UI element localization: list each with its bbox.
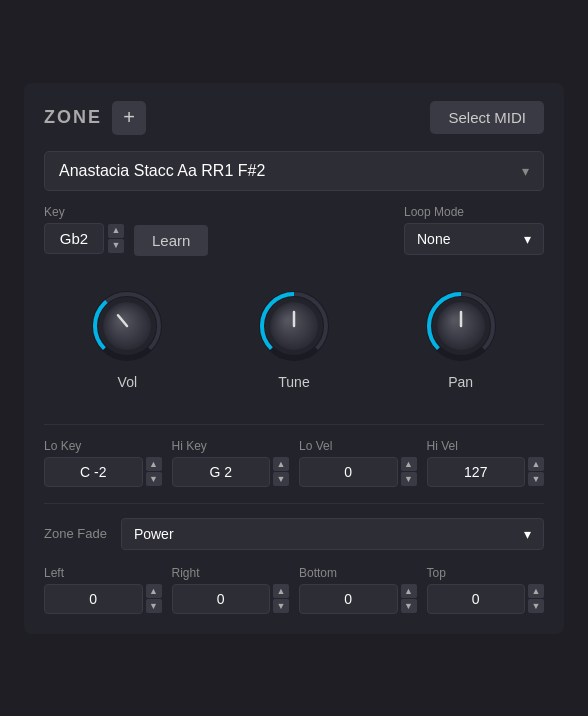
tune-knob-container: Tune xyxy=(254,286,334,390)
lo-vel-down[interactable]: ▼ xyxy=(401,472,417,486)
tune-knob[interactable] xyxy=(254,286,334,366)
loop-mode-value: None xyxy=(417,231,450,247)
key-down-button[interactable]: ▼ xyxy=(108,239,124,253)
pan-label: Pan xyxy=(448,374,473,390)
lo-key-spinners: ▲ ▼ xyxy=(146,457,162,486)
vol-knob[interactable] xyxy=(87,286,167,366)
vol-knob-container: Vol xyxy=(87,286,167,390)
lo-vel-input-row: 0 ▲ ▼ xyxy=(299,457,417,487)
fade-top-down[interactable]: ▼ xyxy=(528,599,544,613)
fade-left-input-row: 0 ▲ ▼ xyxy=(44,584,162,614)
knobs-row: Vol Tune Pan xyxy=(44,276,544,400)
fade-right-value: 0 xyxy=(172,584,271,614)
fade-bottom-label: Bottom xyxy=(299,566,417,580)
zone-fade-row: Zone Fade Power ▾ xyxy=(44,518,544,550)
fade-right-input-row: 0 ▲ ▼ xyxy=(172,584,290,614)
loop-mode-arrow: ▾ xyxy=(524,231,531,247)
fade-bottom-up[interactable]: ▲ xyxy=(401,584,417,598)
key-value: Gb2 xyxy=(44,223,104,254)
hi-key-field: Hi Key G 2 ▲ ▼ xyxy=(172,439,290,487)
key-section: Key Gb2 ▲ ▼ xyxy=(44,205,124,254)
fade-bottom-field: Bottom 0 ▲ ▼ xyxy=(299,566,417,614)
fade-top-up[interactable]: ▲ xyxy=(528,584,544,598)
fade-right-down[interactable]: ▼ xyxy=(273,599,289,613)
fade-bottom-spinners: ▲ ▼ xyxy=(401,584,417,613)
fade-left-value: 0 xyxy=(44,584,143,614)
fade-left-up[interactable]: ▲ xyxy=(146,584,162,598)
zone-label: ZONE xyxy=(44,107,102,128)
hi-vel-down[interactable]: ▼ xyxy=(528,472,544,486)
tune-label: Tune xyxy=(278,374,309,390)
lo-key-label: Lo Key xyxy=(44,439,162,453)
key-label: Key xyxy=(44,205,124,219)
keyvel-row: Lo Key C -2 ▲ ▼ Hi Key G 2 ▲ ▼ Lo Vel xyxy=(44,439,544,487)
fade-left-down[interactable]: ▼ xyxy=(146,599,162,613)
lo-key-value: C -2 xyxy=(44,457,143,487)
main-panel: ZONE + Select MIDI Anastacia Stacc Aa RR… xyxy=(24,83,564,634)
key-up-button[interactable]: ▲ xyxy=(108,224,124,238)
hi-vel-label: Hi Vel xyxy=(427,439,545,453)
lo-vel-label: Lo Vel xyxy=(299,439,417,453)
zone-fade-value: Power xyxy=(134,526,174,542)
zone-left: ZONE + xyxy=(44,101,146,135)
fade-top-label: Top xyxy=(427,566,545,580)
pan-knob-container: Pan xyxy=(421,286,501,390)
key-spinners: ▲ ▼ xyxy=(108,224,124,253)
lo-vel-up[interactable]: ▲ xyxy=(401,457,417,471)
fade-left-label: Left xyxy=(44,566,162,580)
hi-vel-spinners: ▲ ▼ xyxy=(528,457,544,486)
lo-vel-value: 0 xyxy=(299,457,398,487)
lo-key-up[interactable]: ▲ xyxy=(146,457,162,471)
fade-bottom-down[interactable]: ▼ xyxy=(401,599,417,613)
fade-left-spinners: ▲ ▼ xyxy=(146,584,162,613)
loop-mode-dropdown[interactable]: None ▾ xyxy=(404,223,544,255)
key-input-row: Gb2 ▲ ▼ xyxy=(44,223,124,254)
lo-vel-spinners: ▲ ▼ xyxy=(401,457,417,486)
preset-dropdown-row: Anastacia Stacc Aa RR1 F#2 ▾ xyxy=(44,151,544,191)
hi-vel-input-row: 127 ▲ ▼ xyxy=(427,457,545,487)
hi-key-spinners: ▲ ▼ xyxy=(273,457,289,486)
hi-vel-up[interactable]: ▲ xyxy=(528,457,544,471)
fade-bottom-input-row: 0 ▲ ▼ xyxy=(299,584,417,614)
key-loop-row: Key Gb2 ▲ ▼ Learn Loop Mode None ▾ xyxy=(44,205,544,256)
loop-mode-label: Loop Mode xyxy=(404,205,544,219)
fade-top-field: Top 0 ▲ ▼ xyxy=(427,566,545,614)
fade-row: Left 0 ▲ ▼ Right 0 ▲ ▼ Bottom 0 xyxy=(44,566,544,614)
hi-key-label: Hi Key xyxy=(172,439,290,453)
preset-value: Anastacia Stacc Aa RR1 F#2 xyxy=(59,162,265,180)
fade-top-input-row: 0 ▲ ▼ xyxy=(427,584,545,614)
lo-vel-field: Lo Vel 0 ▲ ▼ xyxy=(299,439,417,487)
lo-key-down[interactable]: ▼ xyxy=(146,472,162,486)
pan-knob[interactable] xyxy=(421,286,501,366)
fade-left-field: Left 0 ▲ ▼ xyxy=(44,566,162,614)
add-button[interactable]: + xyxy=(112,101,146,135)
fade-right-field: Right 0 ▲ ▼ xyxy=(172,566,290,614)
zone-fade-dropdown[interactable]: Power ▾ xyxy=(121,518,544,550)
lo-key-input-row: C -2 ▲ ▼ xyxy=(44,457,162,487)
learn-button[interactable]: Learn xyxy=(134,225,208,256)
fade-top-value: 0 xyxy=(427,584,526,614)
lo-key-field: Lo Key C -2 ▲ ▼ xyxy=(44,439,162,487)
zone-fade-arrow: ▾ xyxy=(524,526,531,542)
hi-vel-value: 127 xyxy=(427,457,526,487)
hi-key-value: G 2 xyxy=(172,457,271,487)
fade-right-spinners: ▲ ▼ xyxy=(273,584,289,613)
zone-fade-label: Zone Fade xyxy=(44,526,107,541)
hi-key-input-row: G 2 ▲ ▼ xyxy=(172,457,290,487)
fade-right-up[interactable]: ▲ xyxy=(273,584,289,598)
loop-section: Loop Mode None ▾ xyxy=(404,205,544,255)
hi-key-down[interactable]: ▼ xyxy=(273,472,289,486)
hi-key-up[interactable]: ▲ xyxy=(273,457,289,471)
select-midi-button[interactable]: Select MIDI xyxy=(430,101,544,134)
header-row: ZONE + Select MIDI xyxy=(44,101,544,135)
fade-bottom-value: 0 xyxy=(299,584,398,614)
fade-right-label: Right xyxy=(172,566,290,580)
fade-top-spinners: ▲ ▼ xyxy=(528,584,544,613)
vol-label: Vol xyxy=(118,374,137,390)
preset-dropdown-arrow: ▾ xyxy=(522,163,529,179)
preset-dropdown[interactable]: Anastacia Stacc Aa RR1 F#2 ▾ xyxy=(44,151,544,191)
hi-vel-field: Hi Vel 127 ▲ ▼ xyxy=(427,439,545,487)
